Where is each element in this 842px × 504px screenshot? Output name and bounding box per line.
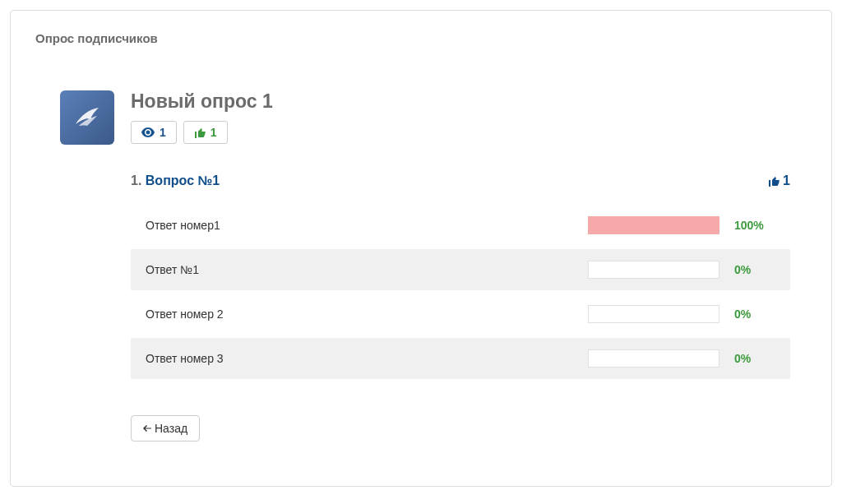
answer-text: Ответ номер1 bbox=[146, 219, 588, 232]
answer-bar bbox=[588, 261, 719, 279]
question-number: 1. bbox=[131, 173, 141, 187]
back-label: Назад bbox=[155, 422, 187, 435]
answer-text: Ответ №1 bbox=[146, 263, 588, 276]
answer-row: Ответ номер1100% bbox=[131, 205, 790, 246]
answer-bar bbox=[588, 305, 719, 323]
views-count: 1 bbox=[160, 126, 166, 139]
answer-bar bbox=[588, 216, 719, 234]
wing-icon bbox=[71, 101, 104, 134]
answer-text: Ответ номер 2 bbox=[146, 307, 588, 321]
question-text: Вопрос №1 bbox=[146, 173, 220, 187]
likes-badge[interactable]: 1 bbox=[183, 121, 228, 144]
answer-bar-container bbox=[588, 261, 719, 279]
panel-title: Опрос подписчиков bbox=[35, 31, 807, 45]
survey-panel: Опрос подписчиков Новый опрос 1 bbox=[10, 10, 832, 487]
views-badge[interactable]: 1 bbox=[131, 121, 177, 144]
answer-bar-container bbox=[588, 216, 719, 234]
answer-bar-container bbox=[588, 349, 719, 368]
answer-row: Ответ номер 30% bbox=[131, 338, 790, 379]
survey-title: Новый опрос 1 bbox=[131, 90, 273, 113]
stats-row: 1 1 bbox=[131, 121, 273, 144]
question-block: 1. Вопрос №1 1 Ответ номер1100%Ответ №10… bbox=[131, 173, 790, 379]
question-likes-count: 1 bbox=[783, 173, 790, 188]
eye-icon bbox=[141, 127, 155, 137]
answer-text: Ответ номер 3 bbox=[146, 352, 588, 365]
question-likes: 1 bbox=[768, 173, 790, 188]
survey-info: Новый опрос 1 1 1 bbox=[131, 90, 273, 144]
thumbs-up-icon bbox=[194, 127, 206, 138]
answer-bar-container bbox=[588, 305, 719, 323]
answer-percent: 0% bbox=[734, 307, 775, 321]
answer-row: Ответ №10% bbox=[131, 249, 790, 290]
answer-bar bbox=[588, 349, 719, 368]
survey-header: Новый опрос 1 1 1 bbox=[35, 90, 807, 145]
question-header: 1. Вопрос №1 1 bbox=[131, 173, 790, 188]
answer-row: Ответ номер 20% bbox=[131, 294, 790, 335]
thumbs-up-icon bbox=[768, 175, 780, 187]
question-title: 1. Вопрос №1 bbox=[131, 173, 220, 188]
answer-percent: 100% bbox=[734, 219, 775, 232]
arrow-left-icon bbox=[143, 424, 151, 432]
likes-count: 1 bbox=[210, 126, 217, 139]
survey-avatar bbox=[60, 90, 114, 145]
answer-percent: 0% bbox=[734, 352, 775, 365]
answer-percent: 0% bbox=[734, 263, 775, 276]
back-button[interactable]: Назад bbox=[131, 415, 200, 442]
answers-list: Ответ номер1100%Ответ №10%Ответ номер 20… bbox=[131, 205, 790, 379]
